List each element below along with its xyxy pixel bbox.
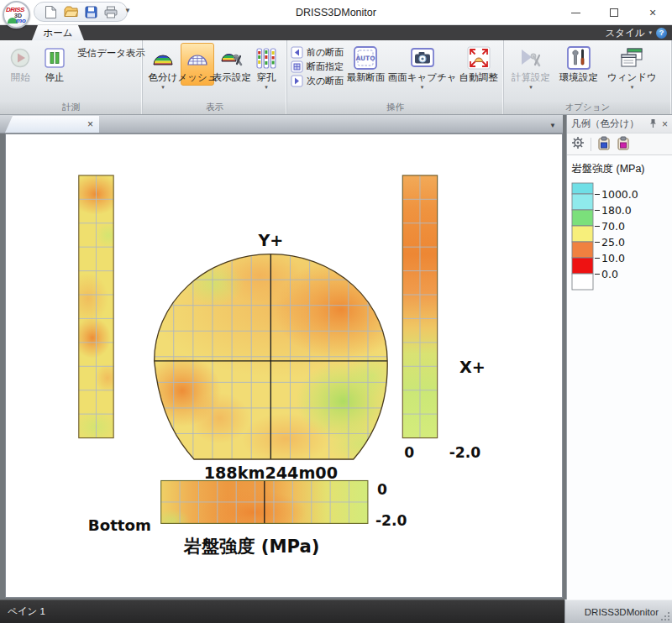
ribbon-group-display: 色分け ▾ メッシュ bbox=[143, 40, 287, 114]
quick-access-toolbar bbox=[34, 2, 128, 22]
titlebar: DRISS 3D mo bbox=[0, 0, 672, 25]
app-window: DRISS 3D mo bbox=[0, 0, 672, 623]
start-button[interactable]: 開始 bbox=[3, 43, 37, 86]
resize-grip[interactable] bbox=[661, 612, 670, 621]
auto-adjust-icon bbox=[466, 45, 491, 71]
workspace: × ▼ bbox=[0, 115, 672, 599]
tunnel-face-heatmap bbox=[143, 233, 421, 466]
new-document-icon bbox=[45, 5, 57, 19]
legend-tick: 70.0 bbox=[601, 220, 625, 233]
display-settings-button[interactable]: 表示設定 bbox=[215, 43, 249, 86]
bottom-strip-scale-far: -2.0 bbox=[375, 512, 407, 529]
specify-section-button[interactable]: 断面指定 bbox=[291, 60, 344, 73]
bottom-strip-scale-near: 0 bbox=[377, 481, 387, 498]
legend-copy-blue-button[interactable] bbox=[597, 136, 611, 153]
statusbar: ペイン 1 DRISS3DMonitor bbox=[0, 599, 672, 623]
open-folder-icon bbox=[64, 6, 78, 18]
window-controls: × bbox=[556, 0, 672, 25]
document-tab-list-dropdown[interactable]: ▼ bbox=[549, 122, 556, 129]
save-floppy-icon bbox=[85, 6, 97, 18]
legend-body: 岩盤強度 (MPa) 1000.0 180.0 bbox=[567, 155, 672, 599]
help-icon: ? bbox=[659, 29, 664, 37]
printer-icon bbox=[104, 6, 118, 18]
legend-swatch bbox=[572, 258, 593, 274]
screen-capture-button[interactable]: 画面キャプチャ ▾ bbox=[388, 43, 457, 92]
ribbon-tab-row: ホーム スタイル ▾ ? bbox=[0, 25, 672, 40]
statusbar-app-name: DRISS3DMonitor bbox=[585, 607, 659, 617]
calc-settings-icon bbox=[518, 45, 543, 71]
group-label-options: オプション bbox=[504, 101, 671, 114]
received-data-display-button[interactable]: 受信データ表示 bbox=[72, 44, 150, 62]
document-tab-close-icon[interactable]: × bbox=[87, 119, 93, 129]
drilling-button[interactable]: 穿孔 ▾ bbox=[249, 43, 283, 92]
legend-panel: 凡例（色分け） × bbox=[566, 115, 672, 599]
statusbar-app-badge: DRISS3DMonitor bbox=[564, 599, 672, 623]
legend-swatch bbox=[572, 242, 593, 258]
new-document-button[interactable] bbox=[43, 4, 58, 19]
document-tab-bar: × ▼ bbox=[0, 115, 563, 134]
minimize-button[interactable] bbox=[556, 0, 595, 25]
pin-button[interactable] bbox=[648, 118, 658, 130]
station-label: 188km244m00 bbox=[204, 463, 338, 483]
group-label-measure: 計測 bbox=[0, 101, 142, 114]
legend-tick: 25.0 bbox=[601, 236, 625, 249]
document-tab[interactable]: × bbox=[5, 116, 99, 133]
window-button[interactable]: ウィンドウ ▾ bbox=[603, 43, 661, 92]
qat-customize-dropdown[interactable]: ▼ bbox=[124, 7, 131, 14]
ribbon-group-operation: 前の断面 断面指定 次の断面 bbox=[287, 40, 504, 114]
minimize-icon bbox=[571, 13, 580, 13]
close-icon: × bbox=[649, 6, 656, 19]
color-coding-button[interactable]: 色分け ▾ bbox=[146, 43, 180, 92]
pin-icon bbox=[648, 118, 658, 128]
legend-swatch bbox=[572, 226, 593, 242]
document-pane: × ▼ bbox=[0, 115, 563, 599]
legend-swatch bbox=[572, 274, 593, 290]
right-strip-heatmap bbox=[402, 175, 437, 438]
left-strip-heatmap bbox=[68, 174, 123, 444]
stop-button[interactable]: 停止 bbox=[38, 43, 71, 86]
tab-home[interactable]: ホーム bbox=[32, 25, 84, 40]
prev-section-icon bbox=[291, 46, 303, 59]
close-button[interactable]: × bbox=[633, 0, 672, 25]
group-label-operation: 操作 bbox=[287, 101, 503, 114]
right-strip-scale-far: -2.0 bbox=[449, 444, 480, 461]
style-chevron-icon: ▾ bbox=[648, 29, 652, 36]
right-strip-scale-near: 0 bbox=[404, 444, 414, 461]
logo-mo-text: mo bbox=[16, 17, 26, 24]
axis-label-x-plus: X+ bbox=[459, 358, 486, 377]
maximize-button[interactable] bbox=[595, 0, 633, 25]
latest-section-button[interactable]: AUTO 最新断面 bbox=[344, 43, 386, 86]
next-section-button[interactable]: 次の断面 bbox=[291, 75, 344, 87]
ribbon-group-options: 計算設定 ▾ 環境設定 bbox=[504, 40, 672, 114]
latest-section-auto-icon: AUTO bbox=[353, 45, 378, 71]
specify-section-icon bbox=[291, 60, 303, 73]
calc-settings-button[interactable]: 計算設定 ▾ bbox=[507, 43, 554, 92]
env-settings-tools-icon bbox=[566, 45, 591, 71]
legend-settings-button[interactable] bbox=[571, 136, 585, 152]
print-button[interactable] bbox=[103, 4, 118, 19]
env-settings-button[interactable]: 環境設定 bbox=[555, 43, 602, 86]
style-button[interactable]: スタイル bbox=[605, 27, 644, 39]
document-area[interactable]: Y+ X+ 188km244m00 0 -2.0 0 -2.0 Bottom 岩… bbox=[5, 134, 563, 598]
save-button[interactable] bbox=[83, 4, 98, 19]
help-button[interactable]: ? bbox=[656, 28, 667, 39]
legend-panel-close-button[interactable]: × bbox=[662, 118, 668, 130]
toolbar-separator bbox=[591, 138, 591, 151]
next-section-icon bbox=[291, 75, 303, 87]
windows-cascade-icon bbox=[619, 45, 644, 71]
mesh-button[interactable]: メッシュ bbox=[181, 43, 214, 86]
legend-panel-titlebar: 凡例（色分け） × bbox=[567, 115, 672, 134]
auto-adjust-button[interactable]: 自動調整 bbox=[458, 43, 500, 86]
legend-swatch bbox=[572, 210, 593, 226]
open-button[interactable] bbox=[63, 4, 78, 19]
bottom-label: Bottom bbox=[88, 516, 151, 533]
legend-copy-magenta-button[interactable] bbox=[617, 136, 630, 153]
clipboard-blue-icon bbox=[597, 136, 611, 150]
color-coding-dropdown-icon: ▾ bbox=[161, 84, 165, 91]
app-menu-button[interactable]: DRISS 3D mo bbox=[3, 1, 30, 29]
legend-tick: 10.0 bbox=[601, 252, 625, 264]
legend-panel-title: 凡例（色分け） bbox=[571, 118, 644, 130]
prev-section-button[interactable]: 前の断面 bbox=[291, 46, 344, 59]
plot-quantity-label: 岩盤強度 (MPa) bbox=[183, 536, 320, 557]
axis-label-y-plus: Y+ bbox=[257, 231, 283, 250]
